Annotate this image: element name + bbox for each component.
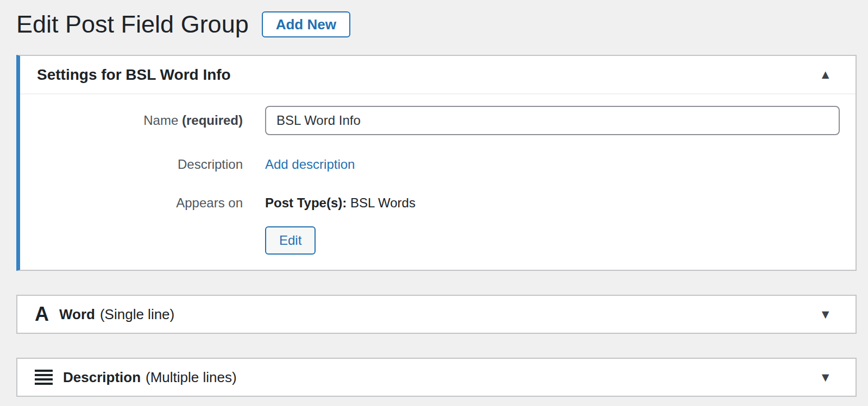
field-subtitle-description: (Multiple lines) — [146, 369, 237, 386]
settings-panel-header[interactable]: Settings for BSL Word Info ▲ — [20, 56, 856, 94]
field-title-description: Description — [63, 369, 141, 386]
edit-row-spacer — [20, 226, 265, 255]
post-types-value: BSL Words — [350, 195, 416, 210]
post-types-key: Post Type(s): — [265, 195, 347, 210]
field-panel-description[interactable]: Description (Multiple lines) ▼ — [16, 358, 857, 397]
edit-row: Edit — [20, 226, 840, 255]
settings-panel: Settings for BSL Word Info ▲ Name (requi… — [16, 55, 857, 271]
multiple-lines-icon — [35, 370, 53, 385]
description-control: Add description — [265, 156, 840, 173]
description-label-text: Description — [178, 157, 243, 172]
name-control — [265, 106, 840, 135]
description-row: Description Add description — [20, 156, 840, 173]
page-header: Edit Post Field Group Add New — [16, 10, 857, 39]
add-description-link[interactable]: Add description — [265, 157, 355, 172]
appears-on-row: Appears on Post Type(s): BSL Words — [20, 195, 840, 211]
page: Edit Post Field Group Add New Settings f… — [0, 0, 868, 397]
field-subtitle-word: (Single line) — [100, 306, 174, 323]
field-title-word: Word — [59, 306, 95, 323]
settings-panel-body: Name (required) Description Add descript… — [20, 94, 856, 270]
edit-button[interactable]: Edit — [265, 226, 316, 255]
name-label-text: Name — [143, 113, 178, 128]
add-new-button[interactable]: Add New — [262, 11, 350, 37]
page-title: Edit Post Field Group — [16, 10, 249, 39]
single-line-text-icon: A — [35, 304, 49, 324]
name-row: Name (required) — [20, 106, 840, 135]
name-label: Name (required) — [20, 112, 265, 129]
expand-arrow-icon[interactable]: ▼ — [819, 308, 832, 321]
appears-on-control: Post Type(s): BSL Words — [265, 195, 840, 211]
field-panel-word[interactable]: A Word (Single line) ▼ — [16, 295, 857, 334]
settings-panel-title: Settings for BSL Word Info — [37, 66, 231, 84]
edit-control: Edit — [265, 226, 840, 255]
description-label: Description — [20, 156, 265, 173]
collapse-arrow-icon[interactable]: ▲ — [819, 68, 832, 81]
appears-on-label: Appears on — [20, 195, 265, 211]
name-input[interactable] — [265, 106, 840, 135]
expand-arrow-icon[interactable]: ▼ — [819, 371, 832, 384]
appears-on-label-text: Appears on — [176, 195, 243, 210]
required-indicator: (required) — [182, 113, 243, 128]
